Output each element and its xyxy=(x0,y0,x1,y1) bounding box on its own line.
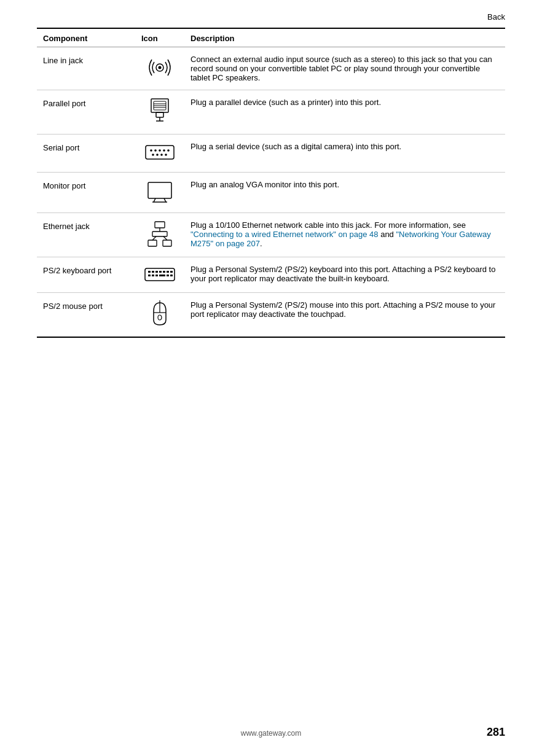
ps2-mouse-icon xyxy=(151,300,169,327)
component-label: Line in jack xyxy=(37,47,135,90)
svg-rect-41 xyxy=(155,275,158,276)
svg-rect-38 xyxy=(170,271,173,273)
footer-url: www.gateway.com xyxy=(241,729,301,738)
svg-point-16 xyxy=(152,154,154,156)
table-row: Monitor port Plug an analog VGA monitor … xyxy=(37,173,505,213)
svg-rect-10 xyxy=(146,146,174,159)
svg-rect-40 xyxy=(152,275,154,276)
header-description: Description xyxy=(184,28,505,47)
description-cell: Connect an external audio input source (… xyxy=(184,47,505,90)
back-link[interactable]: Back xyxy=(37,12,505,21)
table-row: Line in jack Connect an external audio i… xyxy=(37,47,505,90)
svg-rect-26 xyxy=(152,232,167,236)
page-number: 281 xyxy=(487,726,505,739)
monitor-port-icon xyxy=(146,180,174,203)
table-row: Serial port xyxy=(37,134,505,173)
description-cell: Plug a serial device (such as a digital … xyxy=(184,134,505,173)
svg-point-1 xyxy=(159,66,162,69)
svg-rect-32 xyxy=(148,271,151,273)
svg-point-18 xyxy=(160,154,163,156)
component-label: Parallel port xyxy=(37,90,135,134)
svg-rect-43 xyxy=(167,275,169,276)
back-label[interactable]: Back xyxy=(487,12,505,21)
svg-rect-30 xyxy=(163,240,171,246)
description-cell: Plug a parallel device (such as a printe… xyxy=(184,90,505,134)
svg-rect-34 xyxy=(155,271,158,273)
svg-rect-42 xyxy=(159,275,165,276)
page-container: Back Component Icon Description Line in … xyxy=(0,0,542,756)
icon-cell xyxy=(135,134,184,173)
svg-rect-7 xyxy=(156,112,163,117)
svg-line-21 xyxy=(154,198,155,202)
table-row: Parallel port Plug a paral xyxy=(37,90,505,134)
icon-cell xyxy=(135,213,184,257)
components-table: Component Icon Description Line in jack xyxy=(37,28,505,338)
table-row: PS/2 mouse port Plug a Personal System/2… xyxy=(37,293,505,338)
component-label: PS/2 keyboard port xyxy=(37,257,135,293)
svg-rect-20 xyxy=(148,182,171,198)
table-row: PS/2 keyboard port xyxy=(37,257,505,293)
svg-point-15 xyxy=(167,149,170,152)
ethernet-link-1[interactable]: "Connecting to a wired Ethernet network"… xyxy=(190,230,379,239)
description-cell: Plug a Personal System/2 (PS/2) mouse in… xyxy=(184,293,505,338)
svg-rect-24 xyxy=(155,222,165,228)
svg-point-47 xyxy=(158,315,162,320)
component-label: Monitor port xyxy=(37,173,135,213)
ethernet-jack-icon xyxy=(146,220,173,247)
svg-rect-33 xyxy=(152,271,154,273)
svg-line-27 xyxy=(152,236,156,240)
ps2-keyboard-icon xyxy=(144,265,176,283)
svg-point-17 xyxy=(156,154,159,156)
icon-cell xyxy=(135,173,184,213)
table-header-row: Component Icon Description xyxy=(37,28,505,47)
svg-line-22 xyxy=(164,198,166,202)
description-cell: Plug a Personal System/2 (PS/2) keyboard… xyxy=(184,257,505,293)
footer: www.gateway.com xyxy=(0,729,542,738)
svg-point-14 xyxy=(163,149,165,152)
icon-cell xyxy=(135,257,184,293)
component-label: Ethernet jack xyxy=(37,213,135,257)
svg-point-19 xyxy=(165,154,167,156)
serial-port-icon xyxy=(144,142,175,163)
line-in-jack-icon xyxy=(146,56,174,79)
component-label: PS/2 mouse port xyxy=(37,293,135,338)
svg-rect-44 xyxy=(170,275,173,276)
component-label: Serial port xyxy=(37,134,135,173)
parallel-port-icon xyxy=(147,98,172,125)
header-component: Component xyxy=(37,28,135,47)
svg-rect-39 xyxy=(148,275,151,276)
svg-rect-35 xyxy=(159,271,162,273)
description-cell: Plug a 10/100 Ethernet network cable int… xyxy=(184,213,505,257)
svg-rect-36 xyxy=(163,271,165,273)
svg-point-11 xyxy=(150,149,152,152)
icon-cell xyxy=(135,293,184,338)
table-row: Ethernet jack xyxy=(37,213,505,257)
description-cell: Plug an analog VGA monitor into this por… xyxy=(184,173,505,213)
svg-rect-37 xyxy=(167,271,169,273)
svg-point-13 xyxy=(159,149,161,152)
svg-point-12 xyxy=(154,149,157,152)
svg-rect-28 xyxy=(148,240,157,246)
icon-cell xyxy=(135,90,184,134)
header-icon: Icon xyxy=(135,28,184,47)
svg-line-29 xyxy=(163,236,167,240)
icon-cell xyxy=(135,47,184,90)
